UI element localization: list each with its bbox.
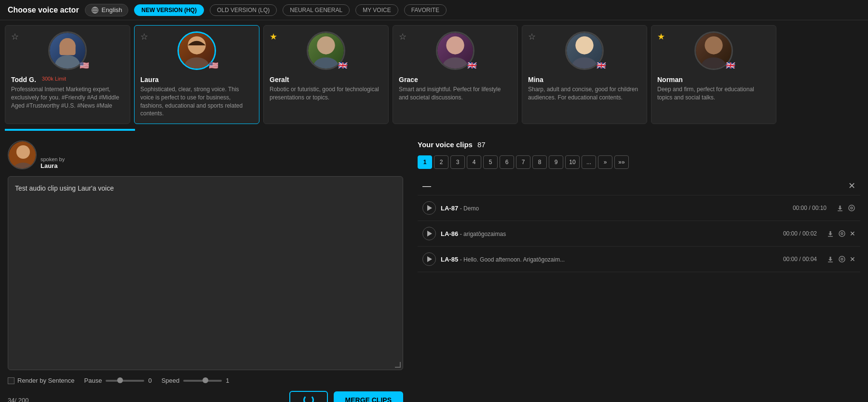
clip-id-la85: LA-85 bbox=[441, 256, 458, 263]
render-by-sentence-label[interactable]: Render by Sentence bbox=[8, 377, 75, 384]
svg-point-21 bbox=[701, 57, 726, 70]
pause-slider[interactable] bbox=[106, 380, 144, 382]
speed-label: Speed bbox=[162, 377, 180, 384]
text-area-content[interactable]: Test audio clip using Laur'a voice bbox=[15, 183, 396, 232]
selection-line bbox=[5, 129, 135, 131]
delete-la85[interactable]: ✕ bbox=[850, 255, 855, 263]
voice-desc-geralt: Robotic or futuristic, good for technolo… bbox=[270, 85, 382, 102]
star-icon-mina[interactable]: ☆ bbox=[528, 31, 536, 42]
page-btn-2[interactable]: 2 bbox=[434, 155, 448, 169]
voice-card-grace[interactable]: ☆ Grace bbox=[393, 25, 518, 124]
voice-desc-laura: Sophisticated, clear, strong voice. This… bbox=[140, 85, 253, 118]
clip-duration-la87: 00:00 / 00:10 bbox=[793, 205, 827, 211]
voice-card-geralt[interactable]: ★ Geralt bbox=[263, 25, 389, 124]
star-icon-grace[interactable]: ☆ bbox=[399, 31, 407, 42]
svg-rect-32 bbox=[828, 262, 833, 263]
voice-desc-todd: Professional Internet Marketing expert, … bbox=[11, 85, 124, 110]
flag-norman bbox=[725, 61, 736, 69]
generate-button[interactable] bbox=[289, 391, 328, 402]
page-btn-ellipsis[interactable]: ... bbox=[582, 155, 596, 169]
char-count: 34/ 200 bbox=[8, 397, 28, 402]
play-icon-la85 bbox=[427, 256, 432, 262]
language-button[interactable]: English bbox=[85, 4, 129, 16]
download-la85[interactable] bbox=[827, 255, 834, 263]
svg-point-5 bbox=[55, 55, 80, 70]
speaker-info: spoken by Laura bbox=[8, 140, 403, 169]
voice-cards-section: ☆ T bbox=[0, 20, 868, 131]
page-btn-9[interactable]: 9 bbox=[549, 155, 563, 169]
bottom-row: 34/ 200 MERGE CLIPS bbox=[8, 391, 403, 402]
page-btn-6[interactable]: 6 bbox=[500, 155, 514, 169]
filter-my-voice[interactable]: MY VOICE bbox=[355, 4, 398, 16]
clip-info-la86: LA-86 - arigatōgozaimas bbox=[441, 230, 778, 237]
svg-point-15 bbox=[443, 57, 468, 70]
flag-mina bbox=[596, 61, 607, 69]
settings-la85[interactable] bbox=[838, 255, 846, 263]
voice-name-norman: Norman bbox=[657, 76, 683, 83]
svg-rect-26 bbox=[838, 210, 842, 211]
svg-point-12 bbox=[313, 57, 339, 70]
svg-point-27 bbox=[849, 205, 854, 211]
play-icon-la86 bbox=[427, 231, 432, 236]
page-btn-4[interactable]: 4 bbox=[467, 155, 481, 169]
text-area-wrapper[interactable]: Test audio clip using Laur'a voice bbox=[8, 176, 403, 370]
speed-slider[interactable] bbox=[183, 380, 222, 382]
svg-rect-29 bbox=[828, 236, 833, 237]
star-icon-laura[interactable]: ☆ bbox=[140, 31, 148, 42]
filter-favorite[interactable]: FAVORITE bbox=[404, 4, 447, 16]
download-la86[interactable] bbox=[827, 230, 834, 237]
page-btn-10[interactable]: 10 bbox=[565, 155, 580, 169]
page-btn-last[interactable]: »» bbox=[614, 155, 629, 169]
voice-card-laura[interactable]: ☆ L bbox=[134, 25, 259, 124]
clips-title: Your voice clips bbox=[418, 140, 473, 149]
close-panel-button[interactable]: ✕ bbox=[848, 180, 855, 191]
settings-la86[interactable] bbox=[838, 230, 846, 237]
speed-thumb bbox=[203, 377, 208, 383]
page-btn-next[interactable]: » bbox=[598, 155, 612, 169]
svg-point-28 bbox=[851, 207, 853, 209]
star-icon-todd[interactable]: ☆ bbox=[11, 31, 19, 42]
star-icon-geralt[interactable]: ★ bbox=[270, 31, 277, 42]
filter-old-version[interactable]: OLD VERSION (LQ) bbox=[210, 4, 277, 16]
play-icon-la87 bbox=[427, 205, 432, 211]
delete-la86[interactable]: ✕ bbox=[850, 230, 855, 237]
clips-header: Your voice clips 87 bbox=[418, 140, 860, 149]
right-panel: Your voice clips 87 1 2 3 4 5 6 7 8 9 10… bbox=[418, 140, 860, 402]
flag-grace bbox=[467, 61, 477, 69]
svg-point-30 bbox=[839, 231, 845, 236]
resize-handle[interactable] bbox=[395, 362, 401, 368]
svg-point-9 bbox=[184, 57, 209, 70]
render-by-sentence-checkbox[interactable] bbox=[8, 377, 14, 384]
collapse-button[interactable]: — bbox=[422, 181, 431, 191]
controls-row: Render by Sentence Pause 0 Speed 1 bbox=[8, 377, 403, 384]
voice-name-todd: Todd G. bbox=[11, 76, 36, 83]
svg-point-34 bbox=[841, 258, 843, 260]
merge-clips-button[interactable]: MERGE CLIPS bbox=[334, 391, 403, 402]
play-la86[interactable] bbox=[422, 227, 436, 240]
voice-card-norman[interactable]: ★ Norman bbox=[651, 25, 776, 124]
flag-todd bbox=[79, 61, 90, 69]
svg-point-31 bbox=[841, 233, 843, 235]
settings-la87[interactable] bbox=[848, 204, 855, 212]
play-la85[interactable] bbox=[422, 252, 436, 266]
header: Choose voice actor English NEW VERSION (… bbox=[0, 0, 868, 20]
page-btn-1[interactable]: 1 bbox=[418, 155, 432, 169]
filter-neural-general[interactable]: NEURAL GENERAL bbox=[283, 4, 350, 16]
filter-new-version[interactable]: NEW VERSION (HQ) bbox=[134, 4, 204, 16]
voice-card-todd[interactable]: ☆ T bbox=[5, 25, 130, 124]
page-btn-7[interactable]: 7 bbox=[516, 155, 530, 169]
speaker-avatar bbox=[8, 140, 37, 169]
voice-card-mina[interactable]: ☆ Mina bbox=[522, 25, 647, 124]
left-panel: spoken by Laura Test audio clip using La… bbox=[8, 140, 403, 402]
page-btn-5[interactable]: 5 bbox=[483, 155, 498, 169]
page-btn-3[interactable]: 3 bbox=[450, 155, 465, 169]
speaker-name: Laura bbox=[41, 162, 65, 169]
clip-text-la86: - arigatōgozaimas bbox=[460, 231, 506, 237]
page-btn-8[interactable]: 8 bbox=[532, 155, 547, 169]
render-by-sentence-text: Render by Sentence bbox=[17, 377, 75, 384]
star-icon-norman[interactable]: ★ bbox=[657, 31, 665, 42]
play-la87[interactable] bbox=[422, 201, 436, 215]
svg-point-33 bbox=[839, 256, 845, 262]
speed-value: 1 bbox=[226, 377, 229, 384]
download-la87[interactable] bbox=[836, 204, 844, 212]
